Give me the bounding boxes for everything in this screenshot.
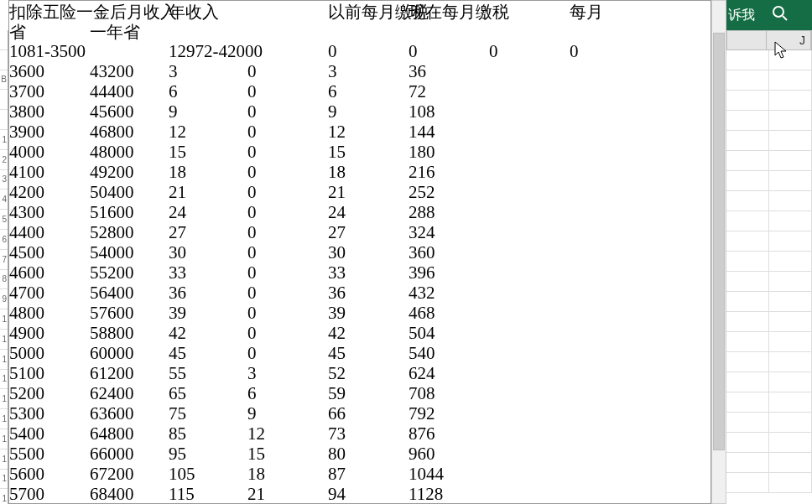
table-row[interactable]: 46005520033033396: [9, 262, 710, 283]
cell[interactable]: 63600: [90, 403, 169, 423]
cell[interactable]: 39: [169, 303, 247, 323]
table-row[interactable]: 50006000045045540: [9, 343, 710, 363]
cell[interactable]: 216: [409, 162, 489, 182]
empty-cell[interactable]: [769, 111, 812, 130]
table-row[interactable]: 37004440060672: [9, 81, 710, 101]
cell[interactable]: [570, 182, 650, 202]
row-header[interactable]: 1: [0, 489, 8, 504]
cell[interactable]: 42: [169, 323, 247, 343]
empty-cell[interactable]: [726, 171, 769, 190]
cell[interactable]: 6: [328, 81, 409, 101]
empty-row[interactable]: [726, 372, 812, 392]
cell[interactable]: 24: [169, 202, 247, 222]
row-header[interactable]: B: [0, 70, 8, 91]
cell[interactable]: 39: [328, 303, 409, 323]
cell[interactable]: 4300: [9, 202, 90, 222]
cell[interactable]: [489, 242, 570, 262]
cell[interactable]: 5000: [9, 343, 90, 363]
cell[interactable]: 0: [247, 202, 328, 222]
cell[interactable]: 33: [328, 262, 409, 283]
cell[interactable]: [489, 464, 570, 484]
cell[interactable]: 4400: [9, 222, 90, 242]
cell[interactable]: 64800: [90, 423, 169, 444]
cell[interactable]: 792: [409, 403, 489, 423]
cell[interactable]: [570, 122, 650, 142]
cell[interactable]: [489, 303, 570, 323]
row-header[interactable]: 1: [0, 350, 8, 370]
cell[interactable]: 27: [328, 222, 409, 242]
cell[interactable]: 48000: [90, 142, 169, 162]
table-row[interactable]: 56006720010518871044: [9, 464, 710, 484]
table-row[interactable]: 42005040021021252: [9, 182, 710, 202]
empty-row[interactable]: [726, 272, 812, 292]
cell[interactable]: [570, 444, 650, 464]
cell[interactable]: 9: [169, 101, 247, 122]
empty-row[interactable]: [726, 453, 812, 473]
cell[interactable]: 54000: [90, 242, 169, 262]
cell[interactable]: [570, 202, 650, 222]
empty-cell[interactable]: [726, 191, 769, 210]
cell[interactable]: 24: [328, 202, 409, 222]
cell[interactable]: [570, 383, 650, 403]
empty-cell[interactable]: [769, 372, 812, 392]
cell[interactable]: 58800: [90, 323, 169, 343]
empty-row[interactable]: [726, 292, 812, 312]
row-header[interactable]: 7: [0, 250, 8, 270]
empty-row[interactable]: [726, 50, 812, 70]
empty-cell[interactable]: [726, 372, 769, 392]
cell[interactable]: [570, 464, 650, 484]
cell[interactable]: [489, 423, 570, 444]
cell[interactable]: 12972-42000: [169, 41, 247, 61]
empty-row[interactable]: [726, 252, 812, 272]
cell[interactable]: 4800: [9, 303, 90, 323]
row-header[interactable]: 1: [0, 449, 8, 470]
tell-me-label[interactable]: 诉我: [728, 7, 755, 24]
cell[interactable]: 5500: [9, 444, 90, 464]
cell[interactable]: 94: [328, 484, 409, 504]
empty-cell[interactable]: [726, 252, 769, 271]
empty-cell[interactable]: [726, 433, 769, 452]
cell[interactable]: [570, 101, 650, 122]
table-row[interactable]: 380045600909108: [9, 101, 710, 122]
empty-cell[interactable]: [726, 70, 769, 90]
column-header-row[interactable]: J: [726, 30, 812, 50]
row-header[interactable]: 1: [0, 309, 8, 330]
cell[interactable]: 66: [328, 403, 409, 423]
cell[interactable]: 57600: [90, 303, 169, 323]
cell[interactable]: 0: [247, 142, 328, 162]
empty-cell[interactable]: [769, 312, 812, 331]
cell[interactable]: [489, 484, 570, 504]
cell[interactable]: 42: [328, 323, 409, 343]
cell[interactable]: 0: [247, 101, 328, 122]
cell[interactable]: 55200: [90, 262, 169, 283]
empty-cell[interactable]: [726, 292, 769, 311]
empty-cell[interactable]: [769, 433, 812, 452]
cell[interactable]: 45: [169, 343, 247, 363]
empty-cell[interactable]: [726, 111, 769, 130]
cell[interactable]: 4600: [9, 262, 90, 283]
cell[interactable]: 468: [409, 303, 489, 323]
cell[interactable]: [489, 403, 570, 423]
cell[interactable]: [570, 403, 650, 423]
cell[interactable]: 51600: [90, 202, 169, 222]
table-row[interactable]: 36004320030336: [9, 61, 710, 81]
cell[interactable]: 30: [328, 242, 409, 262]
cell[interactable]: [489, 61, 570, 81]
cell[interactable]: 540: [409, 343, 489, 363]
cell[interactable]: 36: [328, 283, 409, 303]
cell[interactable]: 65: [169, 383, 247, 403]
empty-cell[interactable]: [726, 473, 769, 492]
cell[interactable]: 0: [247, 222, 328, 242]
cell[interactable]: 4900: [9, 323, 90, 343]
table-row[interactable]: 52006240065659708: [9, 383, 710, 403]
cell[interactable]: 15: [169, 142, 247, 162]
empty-row[interactable]: [726, 352, 812, 372]
cell[interactable]: 708: [409, 383, 489, 403]
cell[interactable]: 3: [328, 61, 409, 81]
cell[interactable]: [570, 222, 650, 242]
cell[interactable]: 876: [409, 423, 489, 444]
empty-cell[interactable]: [769, 292, 812, 311]
empty-grid-right[interactable]: J: [726, 30, 812, 504]
empty-row[interactable]: [726, 312, 812, 332]
cell[interactable]: 36: [409, 61, 489, 81]
